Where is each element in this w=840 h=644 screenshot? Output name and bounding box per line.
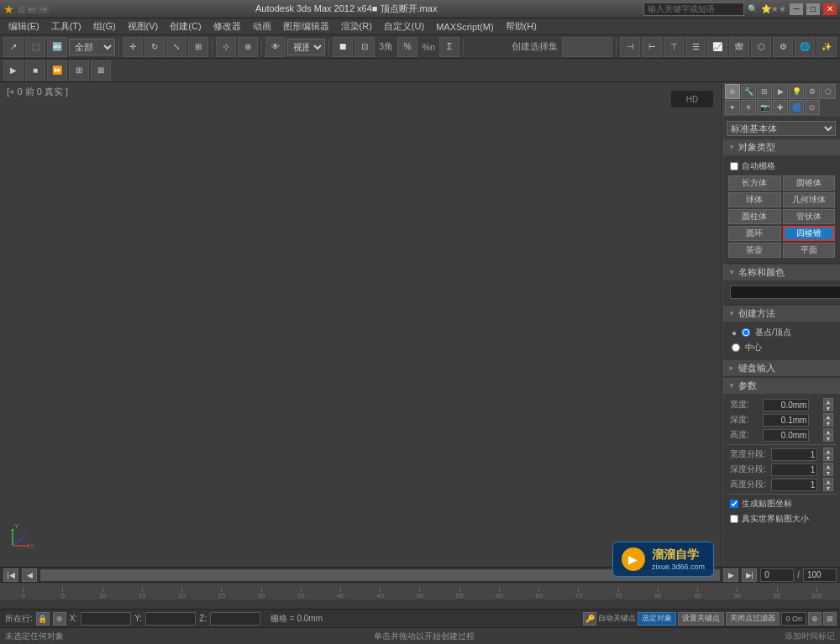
- gen-uv-cb[interactable]: [730, 500, 738, 508]
- depth-input[interactable]: [763, 414, 809, 427]
- schematic-btn[interactable]: 🕸: [729, 37, 749, 57]
- height-segs-input[interactable]: [771, 479, 817, 491]
- create-sel-btn[interactable]: [562, 37, 612, 57]
- tb-icon-2[interactable]: ↩: [27, 5, 37, 13]
- z-input[interactable]: [210, 612, 260, 626]
- tl-prev-frame-btn[interactable]: ◀: [22, 568, 37, 582]
- width-segs-down[interactable]: ▼: [823, 454, 833, 461]
- panel-icon-cam[interactable]: 📷: [757, 100, 772, 115]
- width-input[interactable]: [763, 399, 809, 411]
- btn-plane[interactable]: 平面: [783, 243, 836, 258]
- menu-tools[interactable]: 工具(T): [46, 19, 87, 34]
- height-segs-down[interactable]: ▼: [823, 484, 833, 491]
- panel-icon-system[interactable]: ⊙: [805, 100, 820, 115]
- std-prim-select[interactable]: 标准基本体: [727, 121, 836, 136]
- select-btn[interactable]: ↗: [3, 37, 24, 57]
- center-radio[interactable]: [732, 343, 740, 352]
- menu-create[interactable]: 创建(C): [165, 19, 206, 34]
- view-select[interactable]: 视图: [287, 39, 325, 55]
- panel-tab-modify[interactable]: 🔧: [741, 84, 756, 99]
- btn-tube[interactable]: 管状体: [783, 209, 836, 224]
- stop-btn[interactable]: ■: [25, 60, 45, 81]
- btn-box[interactable]: 长方体: [728, 175, 781, 191]
- frame-input[interactable]: [760, 568, 794, 582]
- mat-editor-btn[interactable]: ⬡: [751, 37, 771, 57]
- select-by-name-btn[interactable]: 🔤: [47, 37, 67, 57]
- menu-view[interactable]: 视图(V): [123, 19, 164, 34]
- loop-btn[interactable]: ⊞: [69, 60, 89, 81]
- x-input[interactable]: [81, 612, 131, 626]
- auto-key-lock[interactable]: 🔑: [583, 612, 596, 626]
- filter-select[interactable]: 全部: [69, 39, 115, 55]
- btn-cylinder[interactable]: 圆柱体: [728, 209, 781, 224]
- key-icon-2[interactable]: ⊕: [53, 612, 66, 626]
- play-btn[interactable]: ▶: [3, 60, 24, 81]
- panel-icon-shape[interactable]: ✦: [725, 100, 740, 115]
- menu-graph-editor[interactable]: 图形编辑器: [278, 19, 334, 34]
- depth-down[interactable]: ▼: [823, 420, 833, 427]
- tb-icon-3[interactable]: ↪: [39, 5, 49, 13]
- width-up[interactable]: ▲: [823, 398, 833, 405]
- base-point-radio[interactable]: [742, 328, 750, 337]
- depth-up[interactable]: ▲: [823, 413, 833, 420]
- scale2-btn[interactable]: ⊞: [188, 37, 208, 57]
- select-modify-btn[interactable]: 选定对象: [638, 612, 676, 626]
- viewport[interactable]: [+ 0 前 0 真实 ] HD X Y Z: [0, 82, 722, 567]
- panel-icon-helper[interactable]: ✚: [773, 100, 788, 115]
- frame-total-input[interactable]: [803, 568, 837, 582]
- panel-icon-light[interactable]: ☀: [741, 100, 756, 115]
- btn-sphere[interactable]: 球体: [728, 192, 781, 207]
- status-icon-1[interactable]: ⊕: [808, 612, 822, 626]
- name-input[interactable]: [730, 285, 840, 299]
- menu-edit[interactable]: 编辑(E): [3, 19, 45, 34]
- panel-tab-display[interactable]: 💡: [789, 84, 804, 99]
- obj-type-header[interactable]: ▼ 对象类型: [723, 139, 840, 155]
- btn-cone[interactable]: 圆锥体: [783, 175, 836, 191]
- tl-next-btn[interactable]: ▶|: [742, 568, 757, 582]
- y-input[interactable]: [145, 612, 196, 626]
- menu-group[interactable]: 组(G): [88, 19, 121, 34]
- height-segs-up[interactable]: ▲: [823, 478, 833, 484]
- render2-btn[interactable]: ⊡: [354, 37, 375, 57]
- align-btn[interactable]: ⊢: [642, 37, 662, 57]
- height-up[interactable]: ▲: [823, 428, 833, 435]
- params-header[interactable]: ▼ 参数: [723, 378, 840, 394]
- scale-btn[interactable]: ⤡: [166, 37, 186, 57]
- maximize-button[interactable]: □: [806, 3, 820, 15]
- status-icon-2[interactable]: ⊠: [823, 612, 837, 626]
- timeline-ruler[interactable]: 0 5 10 15 20 25 30 35 40 45 50 55 60 65 …: [0, 583, 840, 599]
- render-btn[interactable]: 🔲: [333, 37, 353, 57]
- name-color-header[interactable]: ▼ 名称和颜色: [723, 264, 840, 280]
- menu-maxscript[interactable]: MAXScript(M): [431, 21, 498, 33]
- set-key-btn[interactable]: 设置关键点: [678, 612, 724, 626]
- menu-customize[interactable]: 自定义(U): [379, 19, 429, 34]
- auto-smooth-cb[interactable]: [730, 162, 738, 170]
- panel-icon-geo[interactable]: ⬡: [821, 84, 836, 99]
- panel-tab-create[interactable]: ⊕: [725, 84, 740, 99]
- width-down[interactable]: ▼: [823, 405, 833, 411]
- btn-torus[interactable]: 圆环: [728, 226, 781, 241]
- tl-next-frame-btn[interactable]: ▶: [723, 568, 738, 582]
- menu-animation[interactable]: 动画: [248, 19, 276, 34]
- creation-method-header[interactable]: ▼ 创建方法: [723, 306, 840, 322]
- curve-btn[interactable]: 📈: [707, 37, 727, 57]
- rotate-btn[interactable]: ↻: [144, 37, 165, 57]
- width-segs-up[interactable]: ▲: [823, 448, 833, 454]
- mirror-btn[interactable]: ⊣: [620, 37, 640, 57]
- search-input[interactable]: [643, 3, 744, 16]
- align2-btn[interactable]: ⊤: [664, 37, 684, 57]
- btn-teapot[interactable]: 茶壶: [728, 243, 781, 258]
- view-btn[interactable]: 👁: [265, 37, 286, 57]
- key-icon[interactable]: 🔒: [36, 612, 50, 626]
- menu-render[interactable]: 渲染(R): [336, 19, 377, 34]
- select-region-btn[interactable]: ⬚: [25, 37, 45, 57]
- layer-btn[interactable]: ☰: [685, 37, 706, 57]
- height-down[interactable]: ▼: [823, 435, 833, 442]
- snap-btn[interactable]: ⊹: [216, 37, 236, 57]
- render-setup-btn[interactable]: ⚙: [773, 37, 793, 57]
- minimize-button[interactable]: ─: [790, 3, 803, 15]
- panel-tab-motion[interactable]: ▶: [773, 84, 788, 99]
- ref-btn[interactable]: Σ: [439, 37, 459, 57]
- tl-prev-btn[interactable]: |◀: [3, 568, 18, 582]
- search-btn[interactable]: 🔍: [748, 4, 758, 13]
